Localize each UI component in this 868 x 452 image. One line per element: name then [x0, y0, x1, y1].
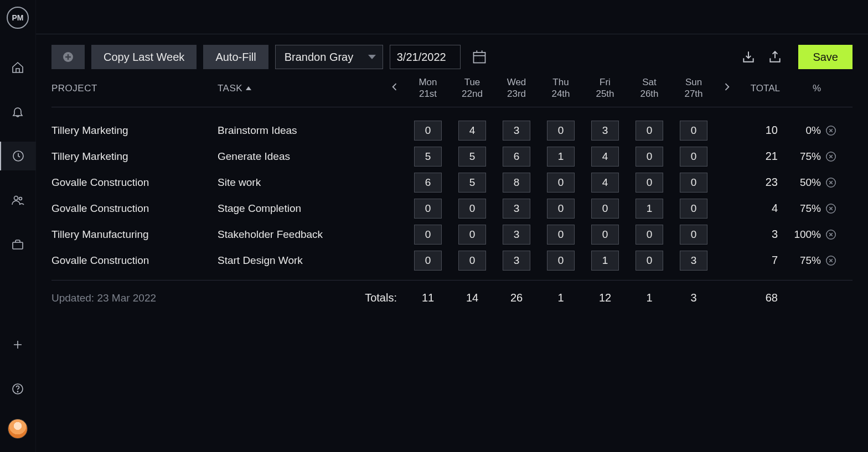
- timesheet-table: PROJECT TASK Mon21stTue22ndWed23rdThu24t…: [36, 70, 868, 315]
- nav-timesheets[interactable]: [0, 142, 36, 170]
- hours-input[interactable]: 1: [547, 147, 575, 167]
- hours-input[interactable]: 3: [503, 251, 530, 271]
- toolbar: Copy Last Week Auto-Fill Brandon Gray 3/…: [36, 34, 868, 70]
- hours-input[interactable]: 5: [458, 147, 486, 167]
- save-button[interactable]: Save: [798, 45, 852, 69]
- project-cell: Govalle Construction: [51, 254, 218, 267]
- header-day: Thu24th: [539, 77, 583, 100]
- hours-input[interactable]: 8: [503, 173, 530, 193]
- header-day: Sun27th: [671, 77, 716, 100]
- header-task[interactable]: TASK: [218, 83, 384, 94]
- date-input[interactable]: 3/21/2022: [390, 45, 461, 69]
- nav-team[interactable]: [0, 186, 36, 215]
- delete-row-button[interactable]: [821, 228, 841, 241]
- nav-help[interactable]: [0, 375, 36, 403]
- hours-input[interactable]: 0: [414, 251, 442, 271]
- svg-rect-3: [13, 242, 23, 249]
- hours-input[interactable]: 0: [547, 225, 575, 245]
- hours-input[interactable]: 0: [591, 225, 619, 245]
- hours-input[interactable]: 0: [458, 225, 486, 245]
- table-row: Govalle ConstructionSite work65804002350…: [51, 169, 852, 195]
- task-cell: Start Design Work: [218, 254, 384, 267]
- updated-label: Updated: 23 Mar 2022: [51, 292, 218, 304]
- hours-input[interactable]: 3: [591, 121, 619, 141]
- hours-input[interactable]: 0: [680, 147, 707, 167]
- people-icon: [11, 194, 24, 207]
- delete-row-button[interactable]: [821, 254, 841, 267]
- hours-input[interactable]: 3: [503, 121, 530, 141]
- user-avatar[interactable]: [8, 419, 28, 439]
- project-cell: Govalle Construction: [51, 176, 218, 189]
- export-button[interactable]: [765, 47, 785, 67]
- hours-input[interactable]: 0: [680, 121, 707, 141]
- hours-input[interactable]: 0: [636, 121, 663, 141]
- hours-input[interactable]: 0: [547, 199, 575, 219]
- hours-input[interactable]: 5: [414, 147, 442, 167]
- sidebar: PM: [0, 0, 36, 452]
- hours-input[interactable]: 1: [591, 251, 619, 271]
- import-button[interactable]: [738, 47, 758, 67]
- auto-fill-button[interactable]: Auto-Fill: [203, 45, 268, 69]
- prev-week-button[interactable]: [384, 81, 406, 95]
- delete-row-button[interactable]: [821, 176, 841, 189]
- column-total: 3: [671, 292, 716, 304]
- user-select[interactable]: Brandon Gray: [275, 45, 383, 69]
- hours-input[interactable]: 0: [458, 199, 486, 219]
- nav-add[interactable]: [0, 330, 36, 359]
- hours-input[interactable]: 0: [547, 173, 575, 193]
- hours-input[interactable]: 0: [680, 225, 707, 245]
- hours-input[interactable]: 3: [680, 251, 707, 271]
- hours-input[interactable]: 3: [503, 199, 530, 219]
- hours-input[interactable]: 0: [547, 251, 575, 271]
- hours-input[interactable]: 5: [458, 173, 486, 193]
- svg-point-1: [14, 196, 18, 200]
- project-cell: Govalle Construction: [51, 202, 218, 215]
- hours-input[interactable]: 1: [636, 199, 663, 219]
- delete-row-button[interactable]: [821, 150, 841, 163]
- hours-input[interactable]: 3: [503, 225, 530, 245]
- hours-input[interactable]: 0: [458, 251, 486, 271]
- hours-input[interactable]: 0: [680, 173, 707, 193]
- nav-notifications[interactable]: [0, 97, 36, 126]
- column-total: 1: [539, 292, 583, 304]
- upload-icon: [768, 50, 782, 64]
- briefcase-icon: [11, 238, 24, 251]
- hours-input[interactable]: 0: [636, 147, 663, 167]
- hours-input[interactable]: 0: [636, 225, 663, 245]
- hours-input[interactable]: 4: [591, 173, 619, 193]
- hours-input[interactable]: 0: [547, 121, 575, 141]
- next-week-button[interactable]: [716, 81, 738, 95]
- task-cell: Generate Ideas: [218, 150, 384, 163]
- hours-input[interactable]: 4: [458, 121, 486, 141]
- hours-input[interactable]: 0: [680, 199, 707, 219]
- header-day: Wed23rd: [494, 77, 539, 100]
- download-icon: [741, 50, 756, 64]
- delete-row-button[interactable]: [821, 202, 841, 215]
- hours-input[interactable]: 0: [636, 251, 663, 271]
- topbar: [36, 0, 868, 34]
- nav-home[interactable]: [0, 53, 36, 82]
- hours-input[interactable]: 0: [414, 225, 442, 245]
- hours-input[interactable]: 6: [414, 173, 442, 193]
- delete-row-button[interactable]: [821, 124, 841, 137]
- copy-last-week-button[interactable]: Copy Last Week: [91, 45, 197, 69]
- table-row: Tillery MarketingGenerate Ideas556140021…: [51, 143, 852, 169]
- nav-projects[interactable]: [0, 230, 36, 259]
- app-logo: PM: [7, 7, 29, 29]
- plus-circle-icon: [61, 50, 75, 64]
- hours-input[interactable]: 0: [636, 173, 663, 193]
- hours-input[interactable]: 0: [414, 121, 442, 141]
- project-cell: Tillery Manufacturing: [51, 228, 218, 241]
- hours-input[interactable]: 0: [414, 199, 442, 219]
- close-circle-icon: [825, 124, 837, 137]
- hours-input[interactable]: 6: [503, 147, 530, 167]
- header-project: PROJECT: [51, 83, 218, 94]
- add-row-button[interactable]: [51, 45, 85, 69]
- row-total: 7: [738, 254, 782, 267]
- calendar-button[interactable]: [472, 49, 487, 65]
- hours-input[interactable]: 0: [591, 199, 619, 219]
- hours-input[interactable]: 4: [591, 147, 619, 167]
- column-total: 26: [494, 292, 539, 304]
- header-day: Mon21st: [406, 77, 450, 100]
- close-circle-icon: [825, 254, 837, 267]
